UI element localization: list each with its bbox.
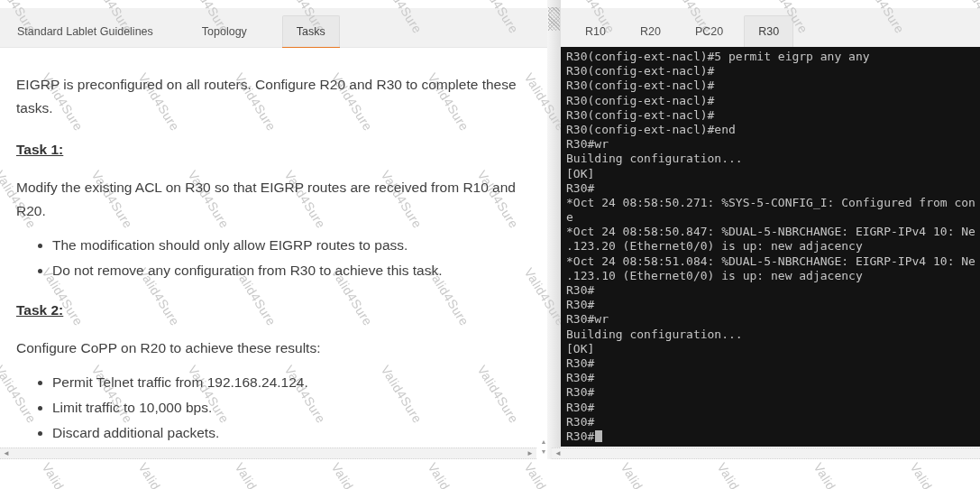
task-heading: Task 1: bbox=[16, 138, 63, 161]
tab-pc20[interactable]: PC20 bbox=[682, 16, 737, 47]
tab-topology[interactable]: Topology bbox=[188, 16, 261, 47]
scroll-left-arrow-icon[interactable]: ◄ bbox=[3, 448, 10, 458]
terminal-line: Building configuration... bbox=[566, 152, 980, 166]
terminal-line: [OK] bbox=[566, 167, 980, 181]
console-terminal[interactable]: R30(config-ext-nacl)#5 permit eigrp any … bbox=[561, 47, 980, 447]
divider-grip-handle[interactable] bbox=[548, 7, 560, 31]
terminal-line: R30# bbox=[566, 181, 980, 196]
tab-r30[interactable]: R30 bbox=[744, 15, 793, 47]
terminal-line: *Oct 24 08:58:50.847: %DUAL-5-NBRCHANGE:… bbox=[566, 225, 980, 239]
tab-r10[interactable]: R10 bbox=[572, 16, 619, 47]
terminal-line: R30#wr bbox=[566, 312, 980, 327]
terminal-line: R30# bbox=[566, 371, 980, 385]
terminal-cursor bbox=[595, 430, 602, 442]
terminal-line: R30# bbox=[566, 401, 980, 415]
terminal-line: R30(config-ext-nacl)#5 permit eigrp any … bbox=[566, 50, 980, 64]
device-tabbar: R10R20PC20R30 bbox=[561, 8, 980, 48]
terminal-line: .123.10 (Ethernet0/0) is up: new adjacen… bbox=[566, 269, 980, 283]
tasks-panel: Standard Lablet GuidelinesTopologyTasks … bbox=[0, 0, 547, 489]
task-bullet: Do not remove any configuration from R30… bbox=[52, 259, 520, 282]
terminal-line: R30# bbox=[566, 298, 980, 312]
left-horizontal-scrollbar[interactable]: ◄ ► bbox=[0, 447, 536, 459]
terminal-line: R30(config-ext-nacl)# bbox=[566, 94, 980, 108]
task-body: Modify the existing ACL on R30 so that E… bbox=[16, 176, 520, 223]
scroll-right-arrow-icon[interactable]: ► bbox=[527, 448, 534, 458]
lab-exam-window: Standard Lablet GuidelinesTopologyTasks … bbox=[0, 0, 980, 489]
task-bullet: Limit traffic to 10,000 bps. bbox=[52, 396, 520, 420]
intro-paragraph: EIGRP is preconfigured on all routers. C… bbox=[16, 73, 520, 120]
terminal-line: *Oct 24 08:58:50.271: %SYS-5-CONFIG_I: C… bbox=[566, 196, 980, 210]
left-tabbar: Standard Lablet GuidelinesTopologyTasks bbox=[0, 8, 547, 48]
terminal-line: [OK] bbox=[566, 342, 980, 356]
terminal-line: e bbox=[566, 210, 980, 225]
panel-divider[interactable] bbox=[547, 0, 561, 459]
tab-tasks[interactable]: Tasks bbox=[282, 15, 340, 47]
right-horizontal-scrollbar[interactable]: ◄ bbox=[552, 447, 980, 459]
tasks-content: EIGRP is preconfigured on all routers. C… bbox=[0, 48, 547, 447]
terminal-line: R30# bbox=[566, 283, 980, 298]
task-bullet: Discard additional packets. bbox=[52, 421, 520, 445]
terminal-line: *Oct 24 08:58:51.084: %DUAL-5-NBRCHANGE:… bbox=[566, 254, 980, 269]
terminal-line: R30(config-ext-nacl)#end bbox=[566, 123, 980, 137]
task-bullet: The modification should only allow EIGRP… bbox=[52, 234, 520, 257]
task-body: Configure CoPP on R20 to achieve these r… bbox=[16, 337, 520, 360]
terminal-line: R30# bbox=[566, 385, 980, 400]
terminal-line: .123.20 (Ethernet0/0) is up: new adjacen… bbox=[566, 239, 980, 254]
task-bullet-list: Permit Telnet traffic from 192.168.24.12… bbox=[16, 371, 520, 445]
task-sections: Task 1:Modify the existing ACL on R30 so… bbox=[16, 136, 520, 445]
terminal-line: R30(config-ext-nacl)# bbox=[566, 78, 980, 93]
scroll-left-arrow-icon[interactable]: ◄ bbox=[554, 448, 562, 458]
terminal-line: R30# bbox=[566, 415, 980, 429]
terminal-line: R30# bbox=[566, 356, 980, 371]
terminal-line: R30(config-ext-nacl)# bbox=[566, 108, 980, 123]
task-bullet-list: The modification should only allow EIGRP… bbox=[16, 234, 520, 282]
terminal-line: Building configuration... bbox=[566, 328, 980, 342]
tab-standard-lablet-guidelines[interactable]: Standard Lablet Guidelines bbox=[4, 16, 167, 47]
task-heading: Task 2: bbox=[16, 299, 63, 322]
terminal-line: R30(config-ext-nacl)# bbox=[566, 64, 980, 78]
terminal-line: R30# bbox=[566, 429, 980, 444]
console-panel: R10R20PC20R30 R30(config-ext-nacl)#5 per… bbox=[561, 0, 980, 489]
task-bullet: Permit Telnet traffic from 192.168.24.12… bbox=[52, 371, 520, 394]
tab-r20[interactable]: R20 bbox=[627, 16, 674, 47]
terminal-line: R30#wr bbox=[566, 137, 980, 152]
